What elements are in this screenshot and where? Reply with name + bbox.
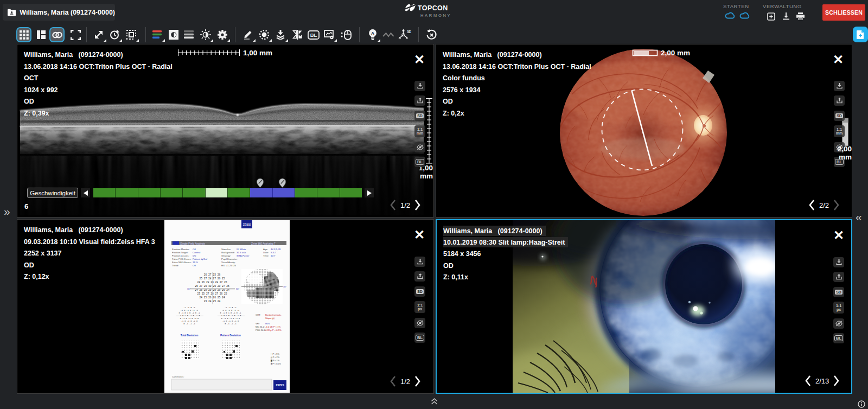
- svg-text:-2 -1 0 -1: -2 -1 0 -1: [183, 306, 195, 309]
- svg-text:Off: Off: [193, 248, 196, 251]
- svg-text:Off: Off: [193, 264, 196, 267]
- svg-text:9-3-7: 9-3-7: [271, 251, 277, 254]
- svg-text:Pupil Diameter:: Pupil Diameter:: [221, 258, 238, 260]
- svg-text:0 -1 0 -1 0 -1 0: 0 -1 0 -1 0 -1 0: [180, 317, 199, 319]
- svg-text:Pattern Deviation: Pattern Deviation: [220, 334, 241, 337]
- svg-text:MD 24-2:: MD 24-2:: [256, 325, 265, 328]
- svg-text:-1 0 -1 0 -1 -2: -1 0 -1 0 -1 -2: [222, 309, 239, 311]
- svg-text::·⁝: :·⁝: [181, 350, 185, 354]
- svg-text:Central: Central: [193, 251, 200, 254]
- svg-text:0 -1 0 -1 0 -1 0: 0 -1 0 -1 0 -1 0: [221, 317, 240, 319]
- svg-text:-2 -1 0 -1: -2 -1 0 -1: [225, 306, 237, 309]
- svg-text:44 3,5,78: 44 3,5,78: [271, 248, 281, 251]
- svg-text:PSD 24-2:: PSD 24-2:: [256, 329, 266, 331]
- svg-text:23 25 27 28 27 26 25: 23 25 27 28 27 26 25: [197, 292, 227, 295]
- svg-text:-1 0 -1 0 -1 -2: -1 0 -1 0 -1 -2: [181, 309, 198, 311]
- svg-text:Fixation Target:: Fixation Target:: [172, 251, 188, 254]
- svg-text:4.39 p P < 0.5%: 4.39 p P < 0.5%: [265, 329, 282, 331]
- svg-text:24 26 28 29 28 27 26: 24 26 28 29 28 27 26: [197, 281, 227, 284]
- svg-text:Stimulus:: Stimulus:: [221, 248, 231, 251]
- svg-text:-1 0 -1 0 -1 0: -1 0 -1 0 -1 0: [181, 320, 197, 322]
- svg-text:GHT:: GHT:: [256, 314, 261, 316]
- svg-text:3D: 3D: [407, 30, 411, 34]
- svg-text:Patient dy/5uf: Patient dy/5uf: [193, 258, 208, 260]
- svg-text:0 -1 -2 -1: 0 -1 -2 -1: [183, 323, 195, 325]
- svg-text:1,00 mm: 1,00 mm: [243, 49, 272, 57]
- svg-text:Fixation Monitor:: Fixation Monitor:: [172, 248, 189, 251]
- svg-text:▒ P < 2%: ▒ P < 2%: [271, 356, 280, 359]
- svg-text:-1 0 -1 0 -1 0: -1 0 -1 0 -1 0: [222, 320, 239, 322]
- svg-text:Total Deviation: Total Deviation: [181, 334, 199, 337]
- svg-text:Fixation Losses:: Fixation Losses:: [172, 254, 189, 257]
- svg-text:10:7: 10:7: [271, 254, 276, 257]
- svg-text:BL: BL: [310, 32, 317, 38]
- svg-text:■ P < 0.5%: ■ P < 0.5%: [271, 363, 281, 365]
- svg-text:Background:: Background:: [221, 251, 235, 254]
- svg-text:III, White: III, White: [237, 248, 246, 251]
- svg-text:86%: 86%: [265, 322, 270, 325]
- svg-text:Date:: Date:: [263, 251, 269, 254]
- svg-text:Comments:: Comments:: [172, 375, 184, 378]
- svg-text:19 %: 19 %: [193, 261, 198, 264]
- svg-text:23 24 25 24: 23 24 25 24: [204, 300, 221, 303]
- svg-text:TOPCON: TOPCON: [418, 4, 448, 12]
- svg-text:Single Field Analysis: Single Field Analysis: [180, 242, 205, 245]
- svg-text:⁝· P < 5%: ⁝· P < 5%: [271, 353, 279, 355]
- svg-text:25 27 28 27 26 25: 25 27 28 27 26 25: [200, 277, 225, 280]
- svg-text:False POS Errors:: False POS Errors:: [172, 258, 192, 260]
- svg-text:30°: 30°: [187, 287, 190, 290]
- svg-text:ZEISS: ZEISS: [243, 223, 251, 226]
- svg-text:A: A: [371, 31, 375, 36]
- svg-text:Age:: Age:: [263, 248, 268, 251]
- svg-text:0 -1 0 1 0 -1 0 -1: 0 -1 0 1 0 -1 0 -1: [220, 312, 241, 314]
- svg-text:Borderline/redu.: Borderline/redu.: [265, 314, 282, 316]
- svg-text:▓ P < 1%: ▓ P < 1%: [271, 359, 280, 362]
- svg-text:Strategy:: Strategy:: [221, 254, 231, 257]
- svg-text:24 25 26 26 25 24: 24 25 26 26 25 24: [200, 296, 225, 299]
- svg-text:False NEG Errors:: False NEG Errors:: [172, 261, 192, 264]
- svg-text:Time:: Time:: [263, 254, 269, 257]
- svg-text:Zeiss 860 Analyzing T: Zeiss 860 Analyzing T: [251, 242, 276, 245]
- svg-text:Trend:: Trend:: [172, 264, 179, 267]
- svg-text:30°: 30°: [236, 287, 239, 290]
- svg-text:ZEISS: ZEISS: [276, 384, 284, 387]
- svg-text:VFI:: VFI:: [256, 322, 260, 325]
- svg-text:mm: mm: [420, 172, 433, 180]
- svg-text:Slope (p): Slope (p): [265, 317, 275, 319]
- svg-text:0 -1 0 1 0 -1 0 -1: 0 -1 0 1 0 -1 0 -1: [179, 312, 200, 314]
- svg-text:SITA-Faster: SITA-Faster: [237, 254, 250, 257]
- svg-text:2,00 mm: 2,00 mm: [661, 49, 690, 57]
- svg-text:Visual Acuity:: Visual Acuity:: [221, 261, 235, 264]
- svg-text:RX: +1.25 DS: RX: +1.25 DS: [221, 264, 236, 267]
- svg-text:30°: 30°: [283, 285, 286, 288]
- svg-text:0 -1 -2 -1: 0 -1 -2 -1: [225, 323, 237, 325]
- svg-text:0/0: 0/0: [193, 254, 196, 257]
- svg-text:31.5 asb: 31.5 asb: [237, 251, 246, 254]
- svg-text:26 27 25 26: 26 27 25 26: [204, 273, 221, 276]
- svg-text:-4.2 dB P < 1%: -4.2 dB P < 1%: [265, 325, 280, 328]
- svg-text:25 27 29 30 29 28 27 25: 25 27 29 30 29 28 27 25: [195, 285, 229, 287]
